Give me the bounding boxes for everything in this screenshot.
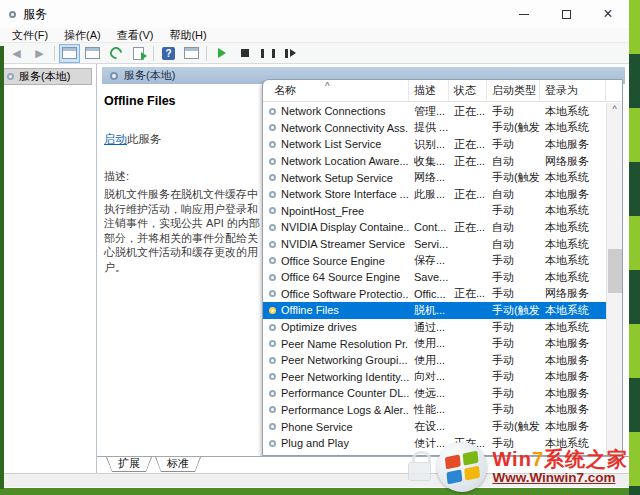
service-desc-cell: 提供 ...: [409, 120, 449, 135]
service-desc-cell: 收集...: [409, 154, 449, 169]
service-logon-cell: 本地系统: [540, 120, 606, 135]
column-header[interactable]: 状态: [449, 80, 487, 101]
service-row[interactable]: Network Setup Service网络...手动(触发...本地系统: [263, 169, 606, 186]
service-row[interactable]: Peer Networking Groupi...使用...手动本地服务: [263, 352, 606, 369]
service-row[interactable]: NVIDIA Streamer ServiceServi...自动本地系统: [263, 236, 606, 253]
start-service-link[interactable]: 启动: [104, 133, 127, 145]
service-row[interactable]: Network List Service识别...正在...手动本地服务: [263, 136, 606, 153]
services-list-panel: 名称描述状态启动类型登录为 Network Connections管理...正在…: [262, 79, 623, 456]
service-name-cell: Peer Name Resolution Pr...: [263, 338, 409, 350]
show-window-icon[interactable]: [181, 44, 202, 63]
service-row[interactable]: Network Location Aware...收集...正在...自动网络服…: [263, 153, 606, 170]
service-row[interactable]: Performance Logs & Aler...性能...手动本地服务: [263, 402, 606, 419]
service-startup-cell: 手动: [487, 369, 540, 384]
menu-item[interactable]: 文件(F): [4, 28, 56, 43]
service-desc-cell: Offic...: [409, 288, 449, 300]
forward-icon[interactable]: [29, 44, 50, 63]
service-name-cell: Office Software Protectio...: [263, 288, 409, 300]
service-gear-icon: [269, 440, 276, 447]
service-row[interactable]: Peer Name Resolution Pr...使用...手动本地服务: [263, 335, 606, 352]
service-startup-cell: 手动: [487, 386, 540, 401]
stop-icon[interactable]: [234, 44, 255, 63]
service-row[interactable]: NpointHost_Free手动本地系统: [263, 203, 606, 220]
window-list-icon[interactable]: [82, 44, 103, 63]
service-row[interactable]: Network Connectivity Ass...提供 ...手动(触发..…: [263, 120, 606, 137]
minimize-button[interactable]: [503, 0, 545, 28]
service-row[interactable]: Peer Networking Identity...向对...手动本地服务: [263, 369, 606, 386]
menu-item[interactable]: 帮助(H): [161, 28, 214, 43]
toolbar-separator: [153, 46, 154, 61]
service-name-cell: Network Location Aware...: [263, 155, 409, 167]
service-gear-icon: [269, 108, 276, 115]
service-logon-cell: 本地服务: [540, 353, 606, 368]
menu-item[interactable]: 操作(A): [56, 28, 109, 43]
tab-standard[interactable]: 标准: [155, 457, 201, 472]
screenshot-root: 服务 × 文件(F)操作(A)查看(V)帮助(H) 服务(本地) 服务(本地): [0, 0, 640, 495]
column-header[interactable]: 描述: [409, 80, 449, 101]
service-startup-cell: 自动: [487, 154, 540, 169]
service-status-cell: 正在...: [449, 220, 487, 235]
watermark-text: Win7系统之家 Www.Winwin7.com: [492, 449, 628, 485]
service-gear-icon: [269, 307, 276, 314]
service-row[interactable]: Office Source Engine保存...手动本地系统: [263, 252, 606, 269]
refresh-icon[interactable]: [105, 44, 126, 63]
service-row[interactable]: Network Store Interface ...此服...正在...自动本…: [263, 186, 606, 203]
tree-item-label: 服务(本地): [19, 69, 70, 84]
minimize-icon: [519, 14, 529, 15]
service-gear-icon: [269, 340, 276, 347]
toolbar: [0, 43, 629, 64]
restart-icon[interactable]: [280, 44, 301, 63]
service-desc-cell: 识别...: [409, 137, 449, 152]
sort-ascending-indicator: [325, 81, 330, 92]
service-name-cell: Offline Files: [263, 304, 409, 316]
service-row[interactable]: Performance Counter DL...使远...手动本地服务: [263, 385, 606, 402]
column-header[interactable]: 名称: [263, 80, 409, 101]
toolbar-separator: [54, 46, 55, 61]
show-tree-icon[interactable]: [59, 44, 80, 63]
service-desc-cell: 管理...: [409, 104, 449, 119]
help-icon[interactable]: [158, 44, 179, 63]
service-startup-cell: 手动: [487, 402, 540, 417]
service-gear-icon: [269, 207, 276, 214]
lock-icon: [408, 451, 432, 483]
close-button[interactable]: ×: [587, 0, 629, 28]
tab-extended[interactable]: 扩展: [106, 457, 152, 472]
list-rows: Network Connections管理...正在...手动本地系统Netwo…: [263, 103, 606, 455]
service-logon-cell: 本地系统: [540, 220, 606, 235]
service-gear-icon: [269, 141, 276, 148]
service-startup-cell: 手动: [487, 353, 540, 368]
service-row[interactable]: Offline Files脱机...手动(触发...本地系统: [263, 302, 606, 319]
service-row[interactable]: Optimize drives通过...手动本地系统: [263, 319, 606, 336]
service-status-cell: 正在...: [449, 104, 487, 119]
service-row[interactable]: Network Connections管理...正在...手动本地系统: [263, 103, 606, 120]
scrollbar-thumb[interactable]: [608, 249, 622, 293]
service-desc-cell: 使用...: [409, 353, 449, 368]
service-gear-icon: [269, 191, 276, 198]
pause-icon[interactable]: [257, 44, 278, 63]
service-desc-cell: 此服...: [409, 187, 449, 202]
service-startup-cell: 手动: [487, 336, 540, 351]
service-row[interactable]: Office Software Protectio...Offic...正在..…: [263, 286, 606, 303]
vertical-scrollbar[interactable]: ^: [606, 103, 622, 455]
service-name-cell: Office 64 Source Engine: [263, 271, 409, 283]
column-header[interactable]: 登录为: [540, 80, 606, 101]
menu-item[interactable]: 查看(V): [109, 28, 162, 43]
service-name-cell: Office Source Engine: [263, 255, 409, 267]
menu-bar: 文件(F)操作(A)查看(V)帮助(H): [0, 28, 629, 43]
maximize-button[interactable]: [545, 0, 587, 28]
window-title: 服务: [23, 6, 47, 23]
play-icon[interactable]: [211, 44, 232, 63]
service-name-cell: NVIDIA Display Containe...: [263, 221, 409, 233]
service-desc-cell: 性能...: [409, 402, 449, 417]
column-header[interactable]: 启动类型: [487, 80, 540, 101]
export-icon[interactable]: [128, 44, 149, 63]
back-icon[interactable]: [6, 44, 27, 63]
service-row[interactable]: Office 64 Source EngineSave...手动本地系统: [263, 269, 606, 286]
tree-item-services-local[interactable]: 服务(本地): [3, 68, 92, 85]
service-logon-cell: 本地系统: [540, 203, 606, 218]
service-row[interactable]: Phone Service在设...手动(触发...本地服务: [263, 418, 606, 435]
service-row[interactable]: NVIDIA Display Containe...Cont...正在...自动…: [263, 219, 606, 236]
service-name-cell: Performance Counter DL...: [263, 387, 409, 399]
service-name-cell: Peer Networking Groupi...: [263, 354, 409, 366]
scroll-up-icon[interactable]: ^: [607, 103, 622, 118]
